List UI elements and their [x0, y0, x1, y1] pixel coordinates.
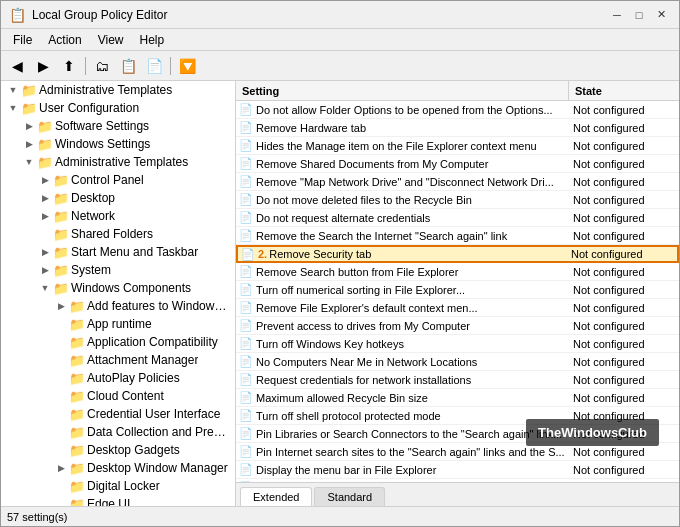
back-button[interactable]: ◀ [5, 54, 29, 78]
setting-name-label: Remove File Explorer's default context m… [256, 302, 569, 314]
expand-icon [53, 387, 69, 405]
setting-row[interactable]: 📄Remove "Map Network Drive" and "Disconn… [236, 173, 679, 191]
setting-state-label: Not configured [569, 302, 679, 314]
expand-icon: ▶ [37, 189, 53, 207]
tree-node-credential-ui[interactable]: 📁 Credential User Interface [1, 405, 235, 423]
menu-help[interactable]: Help [132, 31, 173, 49]
setting-row[interactable]: 📄Request credentials for network install… [236, 371, 679, 389]
tree-node-add-features[interactable]: ▶ 📁 Add features to Windows 10 [1, 297, 235, 315]
tree-node-control-panel[interactable]: ▶ 📁 Control Panel [1, 171, 235, 189]
tree-node-app-runtime[interactable]: 📁 App runtime [1, 315, 235, 333]
tree-node-admin-templates-root[interactable]: ▼ 📁 Administrative Templates [1, 81, 235, 99]
tab-extended[interactable]: Extended [240, 487, 312, 506]
expand-icon [53, 369, 69, 387]
tree-label: Desktop Window Manager [85, 461, 228, 475]
tree-node-desktop-gadgets[interactable]: 📁 Desktop Gadgets [1, 441, 235, 459]
setting-row[interactable]: 📄Display the menu bar in File ExplorerNo… [236, 461, 679, 479]
tree-label: User Configuration [37, 101, 139, 115]
folder-icon: 📁 [69, 353, 85, 368]
tab-standard[interactable]: Standard [314, 487, 385, 506]
menu-action[interactable]: Action [40, 31, 89, 49]
title-bar-left: 📋 Local Group Policy Editor [9, 7, 167, 23]
tree-node-shared-folders[interactable]: 📁 Shared Folders [1, 225, 235, 243]
tree-node-desktop[interactable]: ▶ 📁 Desktop [1, 189, 235, 207]
folder-icon: 📁 [69, 443, 85, 458]
setting-policy-icon: 📄 [236, 211, 256, 224]
setting-row[interactable]: 📄Do not allow Folder Options to be opene… [236, 101, 679, 119]
setting-state-label: Not configured [569, 158, 679, 170]
tree-label: Application Compatibility [85, 335, 218, 349]
expand-icon [53, 333, 69, 351]
filter-button[interactable]: 🔽 [175, 54, 199, 78]
setting-row[interactable]: 📄Turn off numerical sorting in File Expl… [236, 281, 679, 299]
setting-row[interactable]: 📄No Computers Near Me in Network Locatio… [236, 353, 679, 371]
show-hide-button[interactable]: 🗂 [90, 54, 114, 78]
tree-node-start-menu[interactable]: ▶ 📁 Start Menu and Taskbar [1, 243, 235, 261]
setting-row[interactable]: 📄Prevent access to drives from My Comput… [236, 317, 679, 335]
expand-icon: ▼ [5, 81, 21, 99]
tree-label: Cloud Content [85, 389, 164, 403]
setting-name-label: Turn off shell protocol protected mode [256, 410, 569, 422]
setting-row[interactable]: 📄Pin Libraries or Search Connectors to t… [236, 425, 679, 443]
setting-policy-icon: 📄 [236, 373, 256, 386]
properties-button[interactable]: 📋 [116, 54, 140, 78]
tree-node-windows-settings[interactable]: ▶ 📁 Windows Settings [1, 135, 235, 153]
setting-state-label: Not configured [569, 374, 679, 386]
setting-row[interactable]: 📄Maximum allowed Recycle Bin sizeNot con… [236, 389, 679, 407]
tree-node-autoplay[interactable]: 📁 AutoPlay Policies [1, 369, 235, 387]
tree-node-desktop-window[interactable]: ▶ 📁 Desktop Window Manager [1, 459, 235, 477]
tree-label: Desktop [69, 191, 115, 205]
tree-node-app-compat[interactable]: 📁 Application Compatibility [1, 333, 235, 351]
setting-policy-icon: 📄 [236, 301, 256, 314]
up-button[interactable]: ⬆ [57, 54, 81, 78]
toolbar: ◀ ▶ ⬆ 🗂 📋 📄 🔽 [1, 51, 679, 81]
setting-row[interactable]: 📄Hides the Manage item on the File Explo… [236, 137, 679, 155]
setting-row[interactable]: 📄Do not move deleted files to the Recycl… [236, 191, 679, 209]
forward-button[interactable]: ▶ [31, 54, 55, 78]
setting-name-label: Do not request alternate credentials [256, 212, 569, 224]
tree-node-edge-ui[interactable]: 📁 Edge UI [1, 495, 235, 506]
setting-state-label: Not configured [569, 338, 679, 350]
setting-row[interactable]: 📄Remove Hardware tabNot configured [236, 119, 679, 137]
tree-node-admin-templates[interactable]: ▼ 📁 Administrative Templates [1, 153, 235, 171]
setting-policy-icon: 📄 [236, 265, 256, 278]
tree-node-network[interactable]: ▶ 📁 Network [1, 207, 235, 225]
maximize-button[interactable]: □ [629, 6, 649, 24]
tree-node-user-config[interactable]: ▼ 📁 User Configuration [1, 99, 235, 117]
setting-policy-icon: 📄 [236, 427, 256, 440]
setting-row[interactable]: 📄Pin Internet search sites to the "Searc… [236, 443, 679, 461]
tree-node-data-collection[interactable]: 📁 Data Collection and Preview B... [1, 423, 235, 441]
setting-row[interactable]: 📄Remove the Search the Internet "Search … [236, 227, 679, 245]
setting-state-label: Not configured [569, 212, 679, 224]
tree-node-attachment-manager[interactable]: 📁 Attachment Manager [1, 351, 235, 369]
tree-node-digital-locker[interactable]: 📁 Digital Locker [1, 477, 235, 495]
tree-node-system[interactable]: ▶ 📁 System [1, 261, 235, 279]
new-window-button[interactable]: 📄 [142, 54, 166, 78]
setting-policy-icon: 📄 [238, 248, 258, 261]
setting-policy-icon: 📄 [236, 463, 256, 476]
expand-icon [53, 405, 69, 423]
setting-row[interactable]: 📄Remove Shared Documents from My Compute… [236, 155, 679, 173]
expand-icon: ▶ [53, 459, 69, 477]
tree-node-windows-components[interactable]: ▼ 📁 Windows Components [1, 279, 235, 297]
setting-row[interactable]: 📄2. Remove Security tabNot configured [236, 245, 679, 263]
setting-row[interactable]: 📄Turn off Windows Key hotkeysNot configu… [236, 335, 679, 353]
menu-file[interactable]: File [5, 31, 40, 49]
setting-state-label: Not configured [569, 176, 679, 188]
setting-row[interactable]: 📄Turn off shell protocol protected modeN… [236, 407, 679, 425]
setting-row[interactable]: 📄Do not request alternate credentialsNot… [236, 209, 679, 227]
col-header-state: State [569, 81, 679, 100]
tree-node-cloud-content[interactable]: 📁 Cloud Content [1, 387, 235, 405]
tree-label: Digital Locker [85, 479, 160, 493]
setting-policy-icon: 📄 [236, 157, 256, 170]
tree-label: App runtime [85, 317, 152, 331]
close-button[interactable]: ✕ [651, 6, 671, 24]
expand-icon: ▶ [21, 117, 37, 135]
setting-row[interactable]: 📄Remove File Explorer's default context … [236, 299, 679, 317]
toolbar-separator [85, 57, 86, 75]
tree-node-software-settings[interactable]: ▶ 📁 Software Settings [1, 117, 235, 135]
minimize-button[interactable]: ─ [607, 6, 627, 24]
folder-icon: 📁 [69, 425, 85, 440]
menu-view[interactable]: View [90, 31, 132, 49]
setting-row[interactable]: 📄Remove Search button from File Explorer… [236, 263, 679, 281]
